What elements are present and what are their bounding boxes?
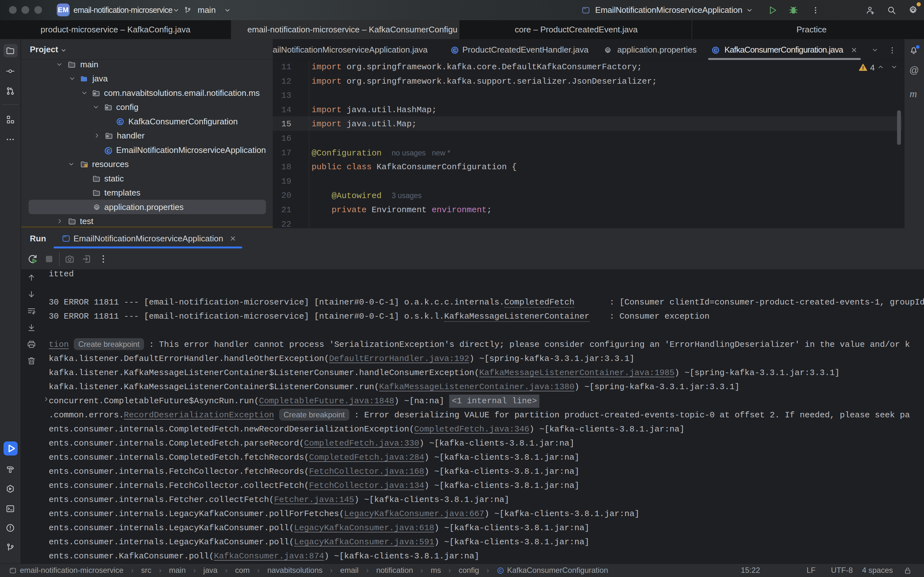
svg-text:C: C: [714, 48, 717, 53]
svg-text:C: C: [107, 148, 110, 153]
svg-text:C: C: [499, 569, 502, 572]
svg-text:C: C: [118, 119, 122, 124]
svg-text:C: C: [453, 48, 457, 53]
